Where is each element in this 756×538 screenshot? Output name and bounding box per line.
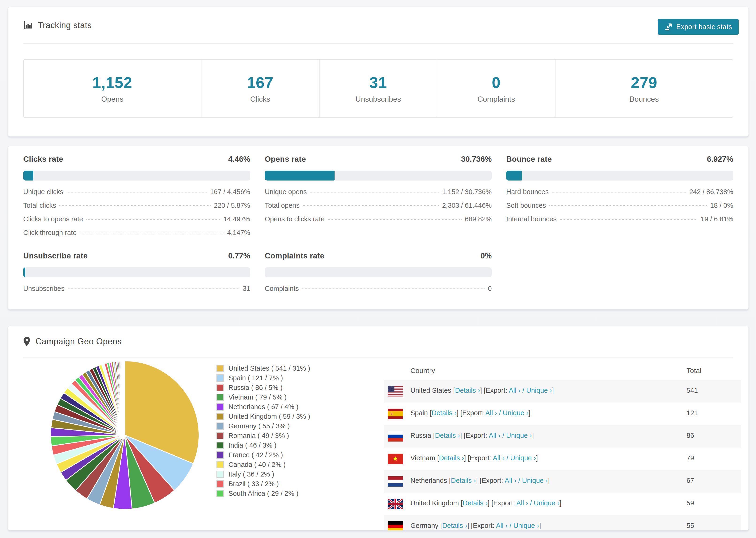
bar-chart-icon: [23, 21, 33, 30]
bracket: ]: [536, 454, 538, 462]
rate-detail-row: Opens to clicks rate 689.82%: [265, 215, 492, 229]
country-cell: Germany [Details ›] [Export: All › / Uni…: [410, 522, 541, 529]
legend-swatch: [216, 480, 224, 488]
legend-swatch: [216, 461, 224, 468]
rate-detail-row: Hard bounces 242 / 86.738%: [506, 188, 733, 202]
rate-percent: 0%: [481, 251, 492, 260]
export-all-link[interactable]: All ›: [505, 477, 516, 484]
legend-label: Spain ( 121 / 7% ): [229, 374, 283, 382]
stat-label: Bounces: [629, 95, 659, 103]
table-row-us: United States [Details ›] [Export: All ›…: [384, 380, 741, 403]
export-unique-link[interactable]: Unique ›: [510, 454, 536, 462]
export-unique-link[interactable]: Unique ›: [534, 499, 560, 507]
export-unique-link[interactable]: Unique ›: [522, 477, 548, 484]
bracket: [: [433, 432, 435, 439]
total-cell: 541: [686, 387, 698, 394]
rate-detail-value: 242 / 86.738%: [689, 188, 733, 196]
export-icon: [665, 23, 673, 31]
legend-item: United States ( 541 / 31% ): [216, 364, 310, 373]
flag-icon-us: [388, 386, 403, 397]
rate-detail-row: Internal bounces 19 / 6.81%: [506, 215, 733, 229]
rate-title: Clicks rate: [23, 155, 63, 164]
legend-item: South Africa ( 29 / 2% ): [216, 489, 310, 498]
rate-detail-label: Unique clicks: [23, 188, 63, 196]
rate-detail-row: Unique clicks 167 / 4.456%: [23, 188, 250, 202]
details-link[interactable]: Details ›: [451, 477, 476, 484]
dotted-leader: [549, 205, 707, 206]
dotted-leader: [552, 192, 686, 192]
export-unique-link[interactable]: Unique ›: [506, 432, 532, 439]
bracket: ]: [467, 522, 469, 529]
legend-item: Spain ( 121 / 7% ): [216, 373, 310, 383]
export-all-link[interactable]: All ›: [493, 454, 505, 462]
rate-detail-row: Clicks to opens rate 14.497%: [23, 215, 250, 229]
rate-detail-value: 18 / 0%: [710, 202, 733, 209]
rate-percent: 6.927%: [707, 155, 733, 164]
export-all-link[interactable]: All ›: [516, 499, 528, 507]
legend-swatch: [216, 403, 224, 410]
rate-detail-label: Soft bounces: [506, 202, 546, 209]
bracket: ]: [480, 387, 482, 394]
details-link[interactable]: Details ›: [455, 387, 480, 394]
legend-label: Netherlands ( 67 / 4% ): [229, 403, 298, 411]
export-all-link[interactable]: All ›: [496, 522, 508, 529]
details-link[interactable]: Details ›: [462, 499, 487, 507]
rate-detail-label: Click through rate: [23, 229, 77, 237]
rate-detail-rows: Unsubscribes 31: [23, 285, 250, 298]
legend-swatch: [216, 374, 224, 382]
export-all-link[interactable]: All ›: [489, 432, 501, 439]
stat-cell-opens: 1,152 Opens: [24, 60, 201, 117]
dotted-leader: [80, 233, 224, 233]
export-label: [Export:: [468, 454, 491, 462]
slash-separator: /: [520, 387, 526, 394]
details-link[interactable]: Details ›: [432, 409, 457, 417]
slash-separator: /: [501, 432, 506, 439]
campaign-geo-opens-card: Campaign Geo Opens United States ( 541 /…: [8, 326, 749, 530]
geo-table-header: Country Total: [384, 362, 741, 380]
export-unique-link[interactable]: Unique ›: [513, 522, 539, 529]
legend-swatch: [216, 413, 224, 420]
export-unique-link[interactable]: Unique ›: [503, 409, 528, 417]
details-link[interactable]: Details ›: [439, 454, 464, 462]
country-cell: Vietnam [Details ›] [Export: All › / Uni…: [410, 454, 538, 462]
export-unique-link[interactable]: Unique ›: [526, 387, 552, 394]
rate-detail-label: Internal bounces: [506, 215, 557, 223]
legend-item: Canada ( 40 / 2% ): [216, 460, 310, 469]
stat-value: 0: [492, 74, 501, 91]
details-link[interactable]: Details ›: [435, 432, 460, 439]
rate-detail-label: Opens to clicks rate: [265, 215, 325, 223]
rate-progress-fill: [23, 171, 33, 181]
details-link[interactable]: Details ›: [442, 522, 467, 529]
flag-icon-de: [388, 521, 403, 530]
export-all-link[interactable]: All ›: [509, 387, 520, 394]
geo-header: Campaign Geo Opens: [23, 326, 733, 357]
table-row-es: Spain [Details ›] [Export: All › / Uniqu…: [384, 403, 741, 425]
stat-cell-bounces: 279 Bounces: [556, 60, 733, 117]
bracket: ]: [560, 499, 561, 507]
rate-detail-row: Unique opens 1,152 / 30.736%: [265, 188, 492, 202]
rate-detail-row: Complaints 0: [265, 285, 492, 298]
rate-detail-row: Total clicks 220 / 5.87%: [23, 202, 250, 215]
flag-icon-es: [388, 409, 403, 419]
rate-title: Bounce rate: [506, 155, 552, 164]
tracking-stats-title: Tracking stats: [23, 21, 92, 30]
rate-progress-track: [23, 267, 250, 277]
legend-item: India ( 46 / 3% ): [216, 441, 310, 450]
bracket: ]: [457, 409, 459, 417]
table-row-nl: Netherlands [Details ›] [Export: All › /…: [384, 470, 741, 493]
total-column-header: Total: [686, 367, 701, 375]
rate-detail-row: Soft bounces 18 / 0%: [506, 202, 733, 215]
rate-detail-value: 689.82%: [465, 215, 492, 223]
export-basic-stats-button[interactable]: Export basic stats: [658, 19, 739, 35]
bracket: [: [437, 454, 439, 462]
legend-swatch: [216, 442, 224, 449]
legend-label: United States ( 541 / 31% ): [229, 364, 310, 372]
slash-separator: /: [505, 454, 510, 462]
bracket: ]: [488, 499, 490, 507]
rate-detail-label: Hard bounces: [506, 188, 549, 196]
legend-item: France ( 42 / 2% ): [216, 450, 310, 460]
rate-progress-fill: [506, 171, 522, 181]
dotted-leader: [328, 219, 461, 220]
rate-head: Complaints rate 0%: [265, 251, 492, 262]
export-all-link[interactable]: All ›: [485, 409, 497, 417]
